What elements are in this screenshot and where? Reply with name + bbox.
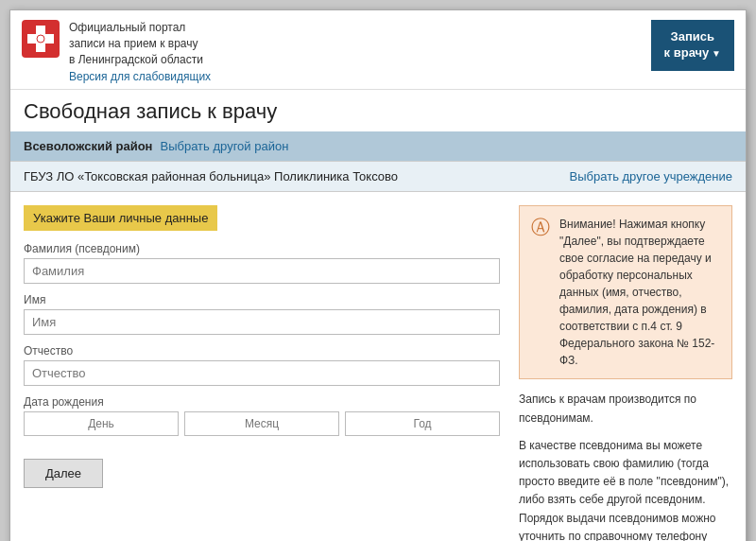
first-name-label: Имя	[24, 293, 500, 306]
form-section-title: Укажите Ваши личные данные	[24, 205, 217, 231]
header-title: Официальный портал записи на прием к вра…	[69, 20, 211, 67]
last-name-label: Фамилия (псевдоним)	[24, 242, 500, 255]
notice-info-line1: Запись к врачам производится по псевдони…	[519, 391, 732, 427]
appointment-button[interactable]: Записьк врачу	[651, 20, 734, 71]
next-button[interactable]: Далее	[24, 459, 103, 488]
medical-cross-icon	[22, 20, 60, 58]
page-wrapper: Официальный портал записи на прием к вра…	[9, 9, 747, 541]
facility-bar: ГБУЗ ЛО «Токсовская районная больница» П…	[10, 161, 746, 192]
accessibility-link[interactable]: Версия для слабовидящих	[69, 70, 211, 83]
notice-warning-box: Ⓐ Внимание! Нажимая кнопку "Далее", вы п…	[519, 205, 732, 379]
header: Официальный портал записи на прием к вра…	[10, 10, 746, 90]
notice-info: Запись к врачам производится по псевдони…	[519, 391, 732, 541]
region-change-link[interactable]: Выбрать другой район	[160, 139, 288, 153]
middle-name-input[interactable]	[24, 360, 500, 386]
facility-change-link[interactable]: Выбрать другое учреждение	[570, 169, 732, 183]
middle-name-field-group: Отчество	[24, 344, 500, 386]
header-text: Официальный портал записи на прием к вра…	[69, 20, 211, 83]
warning-text: Внимание! Нажимая кнопку "Далее", вы под…	[559, 216, 720, 369]
middle-name-label: Отчество	[24, 344, 500, 358]
page-title-bar: Свободная запись к врачу	[10, 90, 746, 131]
dob-day-input[interactable]	[24, 411, 179, 436]
main-content: Укажите Ваши личные данные Фамилия (псев…	[10, 192, 746, 541]
date-row	[24, 411, 500, 436]
dob-field-group: Дата рождения	[24, 395, 500, 436]
dob-month-input[interactable]	[184, 411, 339, 436]
notice-section: Ⓐ Внимание! Нажимая кнопку "Далее", вы п…	[519, 205, 732, 541]
header-left: Официальный портал записи на прием к вра…	[22, 20, 211, 83]
dob-label: Дата рождения	[24, 395, 500, 409]
form-section: Укажите Ваши личные данные Фамилия (псев…	[24, 205, 500, 541]
dob-year-input[interactable]	[345, 411, 500, 436]
first-name-field-group: Имя	[24, 293, 500, 335]
region-name: Всеволожский район	[24, 139, 152, 153]
last-name-input[interactable]	[24, 258, 500, 284]
page-title: Свободная запись к врачу	[24, 99, 732, 124]
last-name-field-group: Фамилия (псевдоним)	[24, 242, 500, 284]
warning-icon: Ⓐ	[531, 216, 550, 369]
notice-info-line2: В качестве псевдонима вы можете использо…	[519, 437, 732, 541]
first-name-input[interactable]	[24, 309, 500, 335]
region-bar: Всеволожский район Выбрать другой район	[10, 131, 746, 161]
facility-name: ГБУЗ ЛО «Токсовская районная больница» П…	[24, 169, 398, 183]
